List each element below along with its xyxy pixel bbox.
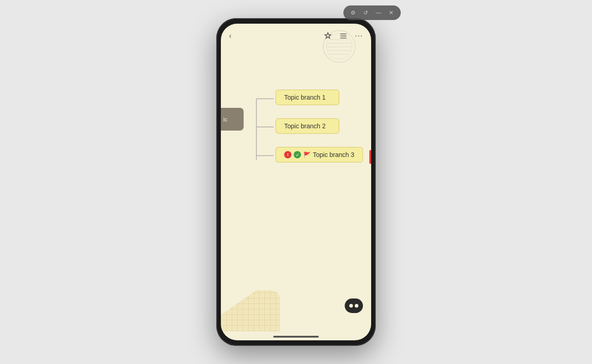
side-indicator bbox=[369, 150, 371, 164]
minimize-btn[interactable]: — bbox=[373, 8, 383, 18]
branch-node-1[interactable]: Topic branch 1 bbox=[276, 90, 339, 105]
pin-icon[interactable] bbox=[324, 32, 332, 40]
map-area: ic Topic branch 1 Topic branch 2 bbox=[221, 44, 371, 340]
more-icon[interactable]: ··· bbox=[355, 31, 363, 40]
phone-frame: ‹ ··· bbox=[216, 18, 376, 346]
branch-1-label: Topic branch 1 bbox=[284, 94, 326, 101]
bot-eye-left bbox=[349, 304, 353, 308]
phone-screen: ‹ ··· bbox=[221, 24, 371, 340]
branch-node-2[interactable]: Topic branch 2 bbox=[276, 118, 339, 134]
back-button[interactable]: ‹ bbox=[229, 32, 231, 40]
branch-node-3[interactable]: ! ✓ 🚩 Topic branch 3 bbox=[276, 147, 363, 162]
flag-badge: 🚩 bbox=[303, 152, 311, 158]
connector-lines bbox=[238, 90, 275, 172]
root-label: ic bbox=[223, 116, 227, 123]
window-controls: ⚙ ↺ — ✕ bbox=[343, 5, 401, 20]
check-badge: ✓ bbox=[294, 151, 301, 158]
branch-3-label: Topic branch 3 bbox=[313, 151, 354, 158]
top-bar: ‹ ··· bbox=[221, 24, 371, 44]
bot-button[interactable] bbox=[345, 298, 363, 313]
history-btn[interactable]: ↺ bbox=[361, 8, 371, 18]
bot-eye-right bbox=[355, 304, 358, 308]
branch-2-label: Topic branch 2 bbox=[284, 122, 326, 130]
close-btn[interactable]: ✕ bbox=[386, 8, 396, 18]
root-node[interactable]: ic bbox=[221, 108, 244, 131]
alert-badge: ! bbox=[284, 151, 291, 158]
settings-btn[interactable]: ⚙ bbox=[348, 8, 358, 18]
list-icon[interactable] bbox=[339, 32, 347, 40]
